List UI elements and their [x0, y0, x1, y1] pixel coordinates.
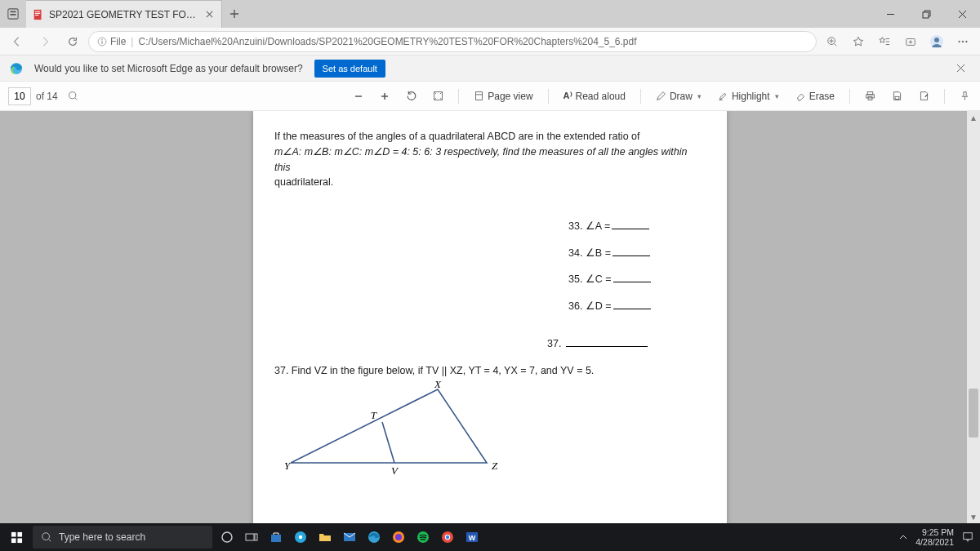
magnifier-plus-icon	[826, 36, 838, 47]
task-spotify-button[interactable]	[412, 526, 434, 549]
task-store-button[interactable]	[265, 526, 287, 549]
svg-point-46	[446, 535, 449, 539]
svg-point-42	[395, 534, 402, 540]
task-word-button[interactable]: W	[461, 526, 483, 549]
answer-blank	[613, 282, 651, 282]
task-mail-button[interactable]	[338, 526, 361, 549]
url-separator: |	[131, 36, 133, 47]
nav-back-button[interactable]	[5, 29, 29, 54]
word-icon: W	[466, 531, 479, 544]
window-restore-button[interactable]	[908, 0, 944, 28]
svg-rect-1	[11, 11, 16, 13]
window-close-button[interactable]	[944, 0, 980, 28]
start-button[interactable]	[0, 523, 33, 551]
svg-rect-2	[11, 14, 16, 16]
text-line: m∠A: m∠B: m∠C: m∠D = 4: 5: 6: 3 respecti…	[274, 144, 706, 176]
browser-tab[interactable]: SP2021 GEOMETRY TEST FOR Ch ×	[26, 0, 222, 28]
svg-rect-7	[923, 12, 929, 18]
favorites-list-button[interactable]	[872, 29, 897, 54]
rotate-icon	[406, 91, 416, 101]
scroll-down-button[interactable]: ▼	[967, 510, 980, 523]
svg-rect-25	[895, 96, 899, 99]
read-aloud-button[interactable]: A⁾Read aloud	[559, 87, 630, 105]
erase-button[interactable]: Erase	[791, 87, 840, 105]
tray-chevron-up-icon[interactable]	[899, 533, 907, 541]
page-number-input[interactable]	[8, 87, 31, 105]
taskbar-search[interactable]: Type here to search	[33, 526, 212, 549]
fit-page-button[interactable]	[428, 87, 448, 104]
close-icon	[958, 10, 967, 19]
more-button[interactable]	[951, 29, 975, 54]
window-titlebar: SP2021 GEOMETRY TEST FOR Ch ×	[0, 0, 980, 28]
info-icon	[97, 37, 107, 47]
label-X: X	[434, 381, 442, 390]
taskview-icon	[245, 531, 258, 544]
zoom-button[interactable]	[820, 29, 844, 54]
save-icon	[892, 91, 902, 101]
nav-refresh-button[interactable]	[60, 29, 85, 54]
rotate-button[interactable]	[401, 87, 421, 104]
action-center-button[interactable]	[962, 531, 973, 543]
task-cortana-button[interactable]	[216, 526, 238, 549]
svg-rect-30	[11, 538, 16, 543]
profile-button[interactable]	[924, 29, 949, 54]
pdf-app-icon	[7, 8, 19, 20]
window-minimize-button[interactable]	[872, 0, 908, 28]
pdf-viewport[interactable]: If the measures of the angles of a quadr…	[0, 111, 980, 523]
text-line: quadrilateral.	[274, 175, 706, 190]
url-field[interactable]: File | C:/Users/Michael%20Anzuini/Downlo…	[88, 31, 817, 52]
zoom-out-button[interactable]	[349, 88, 368, 104]
task-firefox-button[interactable]	[387, 526, 410, 549]
arrow-right-icon	[39, 36, 51, 47]
page-navigator: of 14	[8, 87, 78, 105]
arrow-left-icon	[11, 36, 23, 47]
nav-forward-button[interactable]	[33, 29, 57, 54]
answer-35: 35. ∠C =	[568, 266, 706, 293]
draw-button[interactable]: Draw▾	[651, 87, 706, 105]
highlight-button[interactable]: Highlight▾	[713, 87, 784, 105]
svg-rect-10	[101, 41, 102, 44]
scroll-thumb[interactable]	[969, 389, 978, 438]
save-button[interactable]	[887, 87, 907, 104]
separator	[548, 89, 549, 104]
windows-icon	[11, 531, 23, 544]
svg-point-33	[222, 532, 232, 542]
infobar-close-button[interactable]	[951, 59, 970, 78]
favorites-button[interactable]	[846, 29, 871, 54]
pen-icon	[656, 91, 666, 101]
task-taskview-button[interactable]	[240, 526, 263, 549]
save-as-button[interactable]	[914, 87, 934, 104]
tab-close-icon[interactable]	[203, 9, 215, 20]
pdf-favicon-icon	[33, 9, 44, 20]
svg-rect-35	[255, 534, 257, 540]
answer-label: 37.	[547, 338, 561, 349]
collections-button[interactable]	[898, 29, 923, 54]
zoom-in-button[interactable]	[375, 88, 394, 104]
store-icon	[270, 531, 283, 544]
clock-time: 9:25 PM	[915, 527, 954, 537]
task-explorer-button[interactable]	[314, 526, 336, 549]
plus-icon	[229, 9, 239, 19]
page-view-button[interactable]: Page view	[469, 87, 537, 105]
label-T: T	[371, 409, 377, 421]
scroll-up-button[interactable]: ▲	[967, 111, 980, 124]
new-tab-button[interactable]	[222, 0, 247, 28]
separator	[640, 89, 641, 104]
address-bar: File | C:/Users/Michael%20Anzuini/Downlo…	[0, 28, 980, 56]
pin-toolbar-button[interactable]	[955, 87, 975, 104]
task-settings-button[interactable]	[289, 526, 312, 549]
print-button[interactable]	[860, 87, 880, 104]
svg-rect-22	[867, 92, 873, 95]
search-in-doc-button[interactable]	[68, 91, 78, 101]
taskbar-clock[interactable]: 9:25 PM 4/28/2021	[915, 527, 954, 547]
answers-block: 33. ∠A = 34. ∠B = 35. ∠C = 36. ∠D =	[568, 213, 706, 319]
chevron-down-icon: ▾	[697, 92, 702, 100]
minimize-icon	[886, 10, 895, 19]
vertical-scrollbar[interactable]: ▲ ▼	[967, 111, 980, 523]
task-chrome-button[interactable]	[436, 526, 459, 549]
circle-icon	[220, 531, 234, 544]
task-edge-button[interactable]	[363, 526, 385, 549]
set-default-button[interactable]: Set as default	[314, 60, 385, 78]
separator	[849, 89, 850, 104]
tab-label: SP2021 GEOMETRY TEST FOR Ch ×	[49, 9, 198, 20]
